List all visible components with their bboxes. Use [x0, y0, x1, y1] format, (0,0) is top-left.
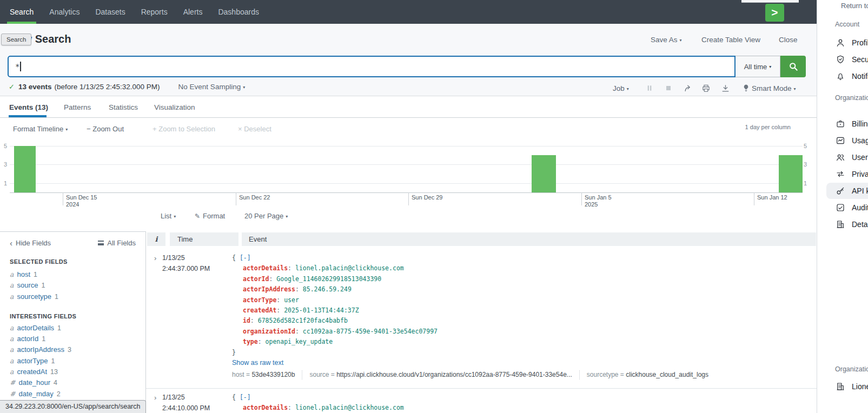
field-row[interactable]: #date_hour4 — [10, 377, 136, 388]
field-row[interactable]: aactorType1 — [10, 356, 136, 367]
background-window-edge — [741, 0, 799, 3]
x-axis-tick-label: Sun Dec 22 — [239, 194, 270, 201]
json-value[interactable]: 85.246.59.249 — [303, 285, 352, 293]
building-icon — [836, 382, 845, 391]
field-row[interactable]: aactorIpAddress3 — [10, 344, 136, 355]
nav-search-tooltip: Search — [1, 34, 31, 45]
nav-item[interactable]: Search — [10, 0, 34, 24]
settings-item-api-keys[interactable]: API keys — [826, 183, 868, 199]
nav-item[interactable]: Dashboards — [218, 0, 259, 24]
chevron-left-icon: ‹ — [10, 238, 12, 248]
settings-item-security[interactable]: Security — [826, 51, 868, 68]
result-tab[interactable]: Visualization — [154, 103, 195, 111]
timeline-bar[interactable] — [14, 146, 36, 192]
hide-fields-button[interactable]: ‹Hide Fields — [10, 238, 51, 248]
json-field-line: actorType: user — [232, 295, 817, 305]
list-view-dropdown[interactable]: List▾ — [161, 212, 176, 220]
create-table-view-button[interactable]: Create Table View — [701, 36, 760, 44]
app-logo-button[interactable]: > — [765, 4, 784, 22]
job-status-summary: ✓ 13 events (before 1/13/25 2:45:32.000 … — [9, 83, 245, 91]
field-row[interactable]: ahost1 — [10, 269, 136, 280]
json-value[interactable]: lionel.palacin@clickhouse.com — [295, 404, 404, 411]
save-as-button[interactable]: Save As▾ — [651, 36, 682, 44]
nav-item[interactable]: Analytics — [49, 0, 79, 24]
json-value[interactable]: 2025-01-13T14:44:37Z — [284, 307, 359, 314]
result-tab[interactable]: Events (13) — [9, 103, 48, 111]
zoom-out-button[interactable]: − Zoom Out — [87, 125, 124, 133]
settings-item-usage[interactable]: Usage — [826, 132, 868, 149]
show-raw-text-link[interactable]: Show as raw text — [232, 358, 283, 368]
events-timeline-chart[interactable]: 113355Sun Dec 152024Sun Dec 22Sun Dec 29… — [0, 139, 817, 208]
json-key[interactable]: type — [243, 338, 258, 345]
nav-item[interactable]: Reports — [141, 0, 168, 24]
json-value[interactable]: user — [284, 296, 299, 304]
timeline-bar[interactable] — [532, 155, 556, 192]
y-axis-tick-label: 3 — [0, 161, 7, 168]
field-row[interactable]: aactorId1 — [10, 334, 136, 344]
per-page-dropdown[interactable]: 20 Per Page▾ — [244, 212, 288, 220]
json-field-line: id: 678526d582c1f20fac4babfb — [232, 316, 817, 326]
meta-field: sourcetype = clickhouse_cloud_audit_logs — [579, 370, 708, 379]
search-mode-dropdown[interactable]: Smart Mode▾ — [752, 84, 796, 92]
job-menu[interactable]: Job▾ — [613, 84, 629, 92]
share-icon[interactable] — [684, 84, 693, 94]
field-type: # — [10, 378, 15, 387]
search-input[interactable]: * — [8, 56, 736, 77]
time-range-picker[interactable]: All time▾ — [736, 56, 780, 77]
json-key[interactable]: createdAt — [243, 307, 276, 314]
expand-row-icon[interactable]: › — [146, 392, 162, 413]
json-key[interactable]: actorDetails — [243, 264, 288, 272]
field-row[interactable]: asourcetype1 — [10, 291, 136, 302]
all-fields-button[interactable]: All Fields — [98, 239, 136, 247]
result-tab[interactable]: Patterns — [64, 103, 91, 111]
field-row[interactable]: aactorDetails1 — [10, 323, 136, 334]
search-submit-button[interactable] — [780, 56, 806, 77]
json-value[interactable]: cc1092aa-8775-459e-9401-33e54ec07997 — [303, 328, 438, 335]
settings-item-audit[interactable]: Audit — [826, 199, 868, 216]
timeline-bar[interactable] — [779, 155, 803, 192]
field-row[interactable]: acreatedAt13 — [10, 367, 136, 377]
json-key[interactable]: organizationId — [243, 328, 295, 335]
field-row[interactable]: asource1 — [10, 280, 136, 291]
json-key[interactable]: actorId — [243, 275, 269, 283]
json-value[interactable]: Google_114602629918513043390 — [276, 275, 381, 283]
json-value[interactable]: openapi_key_update — [266, 338, 333, 345]
settings-item-notifications[interactable]: Notifications — [826, 68, 868, 84]
print-icon[interactable] — [701, 84, 711, 94]
stop-icon[interactable] — [664, 84, 674, 94]
settings-item-profile[interactable]: Profile — [826, 35, 868, 51]
collapse-json-link[interactable]: [-] — [240, 254, 251, 262]
settings-item-users[interactable]: Users — [826, 149, 868, 165]
settings-item-billing[interactable]: Billing — [826, 116, 868, 132]
json-field-line: actorIpAddress: 85.246.59.249 — [232, 284, 817, 295]
json-key[interactable]: actorDetails — [243, 404, 288, 411]
format-button[interactable]: ✎Format — [195, 212, 225, 220]
json-key[interactable]: actorIpAddress — [243, 285, 295, 293]
return-to-link[interactable]: Return to — [841, 2, 868, 10]
field-row[interactable]: #date_mday2 — [10, 389, 136, 399]
json-field-line: actorDetails: lionel.palacin@clickhouse.… — [232, 403, 817, 413]
json-value[interactable]: lionel.palacin@clickhouse.com — [295, 264, 404, 272]
deselect-button[interactable]: × Deselect — [238, 125, 271, 133]
expand-row-icon[interactable]: › — [146, 253, 162, 379]
json-field-line: actorDetails: lionel.palacin@clickhouse.… — [232, 263, 817, 274]
nav-item[interactable]: Alerts — [183, 0, 203, 24]
pause-icon[interactable] — [645, 84, 655, 94]
settings-item-private[interactable]: Private — [826, 166, 868, 182]
format-timeline-dropdown[interactable]: Format Timeline▾ — [13, 125, 68, 133]
settings-item-details[interactable]: Details — [826, 216, 868, 232]
json-value[interactable]: 678526d582c1f20fac4babfb — [258, 317, 348, 324]
sampling-dropdown[interactable]: No Event Sampling▾ — [178, 83, 246, 91]
table-row: › 1/13/25 2:44:37.000 PM {[-] actorDetai… — [146, 253, 817, 379]
x-axis-tick-label: 2025 — [585, 201, 598, 208]
zoom-to-selection-button[interactable]: + Zoom to Selection — [153, 125, 215, 133]
search-icon — [788, 61, 799, 72]
json-key[interactable]: id — [243, 317, 250, 324]
result-tab[interactable]: Statistics — [109, 103, 138, 111]
json-key[interactable]: actorType — [243, 296, 276, 304]
settings-item-lionel[interactable]: Lionel — [826, 378, 868, 395]
collapse-json-link[interactable]: [-] — [240, 394, 251, 401]
close-button[interactable]: Close — [779, 36, 798, 44]
nav-item[interactable]: Datasets — [95, 0, 125, 24]
download-icon[interactable] — [721, 84, 731, 94]
